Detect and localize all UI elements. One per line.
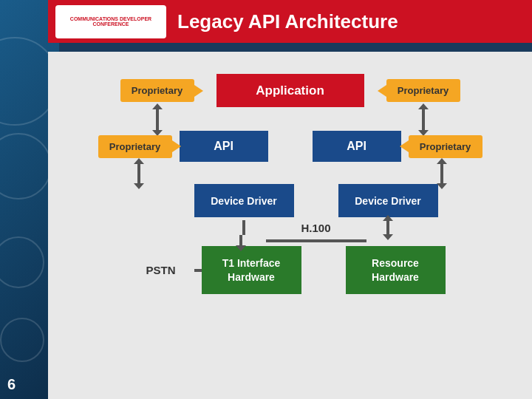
application-box: Application — [216, 74, 364, 107]
proprietary-label-top-left: Proprietary — [120, 79, 194, 102]
header: COMMUNICATIONS DEVELOPER CONFERENCE Lega… — [48, 0, 532, 43]
proprietary-label-top-right: Proprietary — [386, 79, 460, 102]
t1-interface-box: T1 InterfaceHardware — [202, 246, 301, 294]
device-driver-left: Device Driver — [194, 184, 294, 217]
resource-hardware-box: ResourceHardware — [346, 246, 446, 294]
h100-label: H.100 — [301, 222, 330, 234]
device-driver-right: Device Driver — [338, 184, 438, 217]
logo-text: COMMUNICATIONS DEVELOPER CONFERENCE — [55, 16, 166, 27]
slide-number: 6 — [7, 376, 16, 393]
pstn-label: PSTN — [135, 264, 187, 276]
api-box-right: API — [313, 131, 401, 162]
diagram-area: Proprietary Application Proprietary — [48, 52, 532, 399]
page-title: Legacy API Architecture — [177, 10, 398, 33]
api-box-left: API — [180, 131, 268, 162]
proprietary-label-mid-right: Proprietary — [409, 135, 482, 158]
proprietary-label-mid-left: Proprietary — [98, 135, 172, 158]
logo: COMMUNICATIONS DEVELOPER CONFERENCE — [55, 5, 166, 38]
